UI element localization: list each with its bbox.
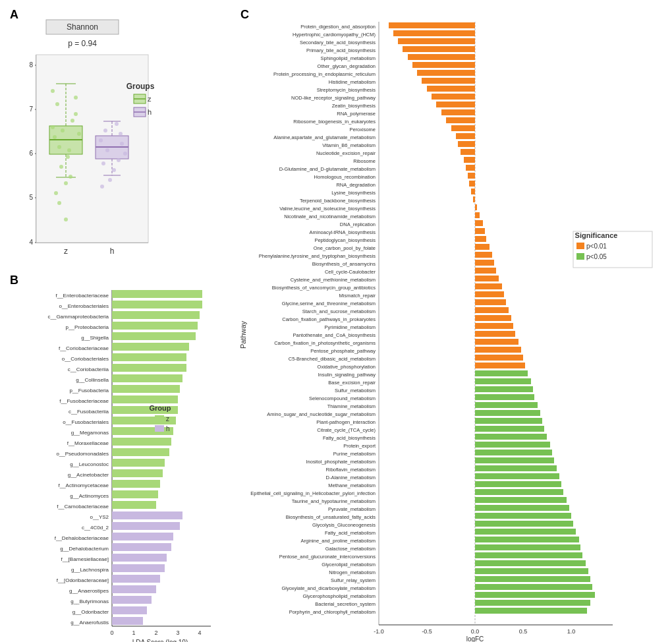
- svg-text:Ribosome: Ribosome: [353, 158, 376, 164]
- svg-rect-90: [112, 374, 182, 382]
- svg-rect-100: [112, 427, 173, 435]
- svg-text:Porphyrin_and_chlorophyll_meta: Porphyrin_and_chlorophyll_metabolism: [289, 609, 376, 615]
- svg-rect-122: [112, 543, 171, 551]
- svg-rect-301: [475, 608, 587, 614]
- svg-rect-233: [475, 339, 518, 345]
- svg-text:p__Proteobacteria: p__Proteobacteria: [66, 324, 109, 330]
- svg-rect-273: [475, 497, 567, 503]
- svg-rect-267: [475, 473, 559, 479]
- svg-rect-108: [112, 469, 163, 477]
- svg-rect-229: [475, 323, 513, 329]
- svg-text:Phenylalanine,tyrosine_and_try: Phenylalanine,tyrosine_and_tryptophan_bi…: [259, 253, 376, 259]
- svg-rect-279: [475, 521, 573, 527]
- svg-rect-207: [475, 236, 486, 242]
- svg-rect-245: [475, 386, 533, 392]
- svg-text:Glycerophospholipid_metabolism: Glycerophospholipid_metabolism: [303, 593, 376, 599]
- svg-text:Bacterial_secretion_system: Bacterial_secretion_system: [315, 601, 376, 607]
- svg-rect-259: [475, 442, 550, 448]
- svg-text:g__Anaerostipes: g__Anaerostipes: [69, 588, 109, 594]
- svg-text:z: z: [166, 415, 169, 423]
- svg-point-45: [115, 122, 119, 126]
- svg-rect-173: [436, 102, 475, 107]
- svg-text:RNA_polymerase: RNA_polymerase: [337, 111, 376, 117]
- svg-text:2: 2: [154, 629, 157, 636]
- svg-point-23: [53, 135, 57, 139]
- svg-text:h: h: [166, 425, 170, 432]
- svg-rect-221: [475, 291, 504, 297]
- svg-text:Lysine_biosynthesis: Lysine_biosynthesis: [331, 190, 376, 196]
- svg-text:Galactose_metabolism: Galactose_metabolism: [325, 546, 376, 552]
- svg-point-49: [117, 158, 121, 162]
- svg-rect-132: [112, 596, 152, 604]
- panel-a-chart: Shannon p = 0.94 4 5 6 7 8: [10, 18, 191, 269]
- svg-rect-227: [475, 315, 511, 321]
- svg-text:0.0: 0.0: [471, 628, 480, 635]
- svg-rect-205: [475, 228, 485, 234]
- svg-text:Group: Group: [150, 404, 171, 412]
- svg-text:g__Anaerofustis: g__Anaerofustis: [70, 620, 109, 626]
- svg-text:f__[Odoribacteraceae]: f__[Odoribacteraceae]: [57, 577, 109, 583]
- svg-rect-247: [475, 394, 534, 400]
- svg-rect-183: [458, 141, 475, 147]
- svg-text:7: 7: [29, 105, 33, 113]
- svg-text:Inositol_phosphate_metabolism: Inositol_phosphate_metabolism: [306, 459, 376, 465]
- svg-rect-171: [432, 94, 475, 100]
- svg-text:p<0.05: p<0.05: [586, 253, 607, 260]
- svg-text:g__Leuconostoc: g__Leuconostoc: [70, 461, 109, 467]
- svg-point-54: [100, 185, 104, 189]
- svg-text:C5-Branched_dibasic_acid_metab: C5-Branched_dibasic_acid_metabolism: [289, 356, 376, 362]
- svg-rect-179: [451, 125, 475, 131]
- svg-rect-275: [475, 505, 569, 511]
- svg-text:c__Fusobacteriia: c__Fusobacteriia: [69, 409, 109, 415]
- svg-rect-271: [475, 489, 563, 495]
- svg-text:D-Glutamine_and_D-glutamate_me: D-Glutamine_and_D-glutamate_metabolism: [279, 166, 376, 172]
- svg-text:Mismatch_repair: Mismatch_repair: [339, 293, 376, 299]
- svg-text:f__Coriobacteriaceae: f__Coriobacteriaceae: [59, 345, 109, 351]
- svg-rect-106: [112, 459, 165, 467]
- svg-text:5: 5: [29, 194, 33, 201]
- svg-text:Glyoxylate_and_dicarboxylate_m: Glyoxylate_and_dicarboxylate_metabolism: [281, 585, 376, 591]
- svg-rect-243: [475, 378, 531, 384]
- svg-text:Zeatin_biosynthesis: Zeatin_biosynthesis: [332, 103, 376, 109]
- svg-text:Biosynthesis_of_vancomycin_gro: Biosynthesis_of_vancomycin_group_antibio…: [272, 285, 376, 291]
- panel-a-title: Shannon: [67, 22, 98, 32]
- svg-point-24: [74, 112, 78, 116]
- svg-rect-193: [469, 181, 475, 187]
- svg-point-21: [70, 119, 74, 123]
- svg-text:c__4C0d_2: c__4C0d_2: [82, 525, 109, 531]
- svg-text:o__Pseudomonadales: o__Pseudomonadales: [56, 451, 109, 457]
- svg-rect-285: [475, 544, 580, 550]
- svg-rect-249: [475, 402, 538, 408]
- svg-text:Biosynthesis_of_unsaturated_fa: Biosynthesis_of_unsaturated_fatty_acids: [286, 514, 376, 520]
- svg-text:Arginine_and_proline_metabolis: Arginine_and_proline_metabolism: [301, 538, 376, 544]
- svg-text:8: 8: [29, 61, 33, 69]
- svg-rect-185: [461, 149, 475, 155]
- svg-point-37: [51, 89, 55, 93]
- svg-text:o__Coriobacteriales: o__Coriobacteriales: [62, 356, 109, 362]
- svg-rect-263: [475, 457, 554, 463]
- svg-text:h: h: [110, 247, 115, 256]
- svg-text:Ribosome_biogenesis_in_eukaryo: Ribosome_biogenesis_in_eukaryotes: [293, 119, 376, 125]
- svg-text:4: 4: [29, 239, 33, 246]
- svg-rect-195: [471, 189, 475, 194]
- svg-rect-137: [155, 415, 164, 422]
- svg-rect-159: [403, 46, 475, 52]
- svg-text:g__Odoribacter: g__Odoribacter: [72, 609, 109, 615]
- svg-point-53: [119, 132, 123, 136]
- svg-point-27: [51, 125, 55, 129]
- svg-rect-104: [112, 448, 169, 456]
- svg-text:o__YS2: o__YS2: [90, 514, 109, 520]
- svg-text:Protein_digestion_and_absorpti: Protein_digestion_and_absorption: [300, 24, 376, 30]
- svg-rect-139: [155, 425, 164, 432]
- svg-rect-112: [112, 490, 158, 498]
- svg-text:-1.0: -1.0: [374, 628, 384, 635]
- svg-rect-124: [112, 554, 167, 562]
- svg-rect-217: [475, 276, 499, 281]
- svg-text:Other_glycan_degradation: Other_glycan_degradation: [318, 63, 376, 69]
- svg-rect-213: [475, 260, 494, 266]
- svg-text:0.5: 0.5: [519, 628, 528, 635]
- svg-text:-0.5: -0.5: [422, 628, 432, 635]
- svg-text:g__Acinetobacter: g__Acinetobacter: [68, 472, 109, 478]
- svg-rect-118: [112, 522, 180, 530]
- svg-rect-84: [112, 343, 189, 351]
